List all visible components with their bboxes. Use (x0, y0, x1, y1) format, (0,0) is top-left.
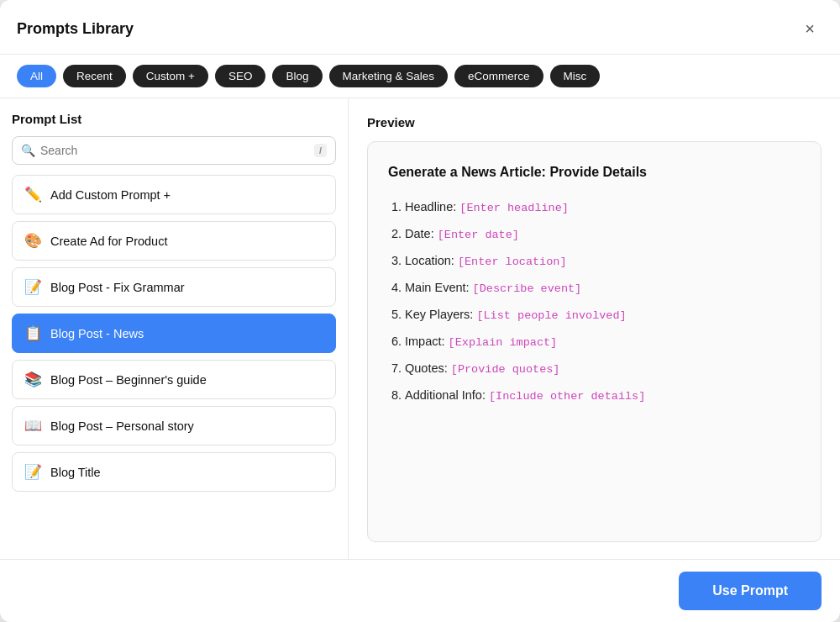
search-input[interactable] (40, 144, 309, 157)
prompt-icon-blog-title: 📝 (24, 463, 42, 481)
modal-title: Prompts Library (17, 20, 134, 38)
preview-item-7: Quotes: [Provide quotes] (405, 358, 801, 380)
preview-item-2: Date: [Enter date] (405, 224, 801, 245)
preview-item-8: Additional Info: [Include other details] (405, 385, 801, 407)
slash-badge: / (314, 144, 327, 157)
prompt-icon-blog-news: 📋 (24, 324, 42, 342)
left-panel: Prompt List 🔍 / ✏️Add Custom Prompt +🎨Cr… (0, 98, 349, 559)
close-button[interactable]: × (796, 15, 823, 42)
preview-item-6: Impact: [Explain impact] (405, 331, 801, 353)
prompt-icon-blog-personal: 📖 (24, 417, 42, 435)
prompt-list-title: Prompt List (12, 112, 336, 126)
prompt-icon-add-custom: ✏️ (24, 186, 42, 203)
prompt-label-create-ad: Create Ad for Product (50, 235, 167, 248)
preview-title: Preview (367, 115, 822, 129)
prompt-item-fix-grammar[interactable]: 📝Blog Post - Fix Grammar (12, 267, 336, 307)
preview-item-4: Main Event: [Describe event] (405, 277, 801, 299)
filter-chip-custom-+[interactable]: Custom + (133, 65, 208, 87)
prompt-item-blog-personal[interactable]: 📖Blog Post – Personal story (12, 406, 336, 445)
preview-item-5: Key Players: [List people involved] (405, 304, 801, 326)
filter-chip-misc[interactable]: Misc (550, 65, 601, 87)
prompt-item-blog-beginners[interactable]: 📚Blog Post – Beginner's guide (12, 360, 336, 399)
filter-chip-marketing-&-sales[interactable]: Marketing & Sales (329, 65, 449, 87)
preview-list: Headline: [Enter headline]Date: [Enter d… (388, 197, 801, 407)
filter-chip-recent[interactable]: Recent (63, 65, 126, 87)
search-box: 🔍 / (12, 136, 336, 165)
filter-chip-seo[interactable]: SEO (215, 65, 266, 87)
preview-placeholder-7: [Provide quotes] (451, 363, 560, 376)
preview-placeholder-1: [Enter headline] (459, 202, 569, 214)
search-icon: 🔍 (21, 144, 35, 157)
preview-placeholder-6: [Explain impact] (449, 336, 558, 349)
preview-placeholder-5: [List people involved] (476, 309, 626, 322)
preview-placeholder-4: [Describe event] (473, 282, 582, 295)
prompt-icon-fix-grammar: 📝 (24, 278, 42, 296)
filter-bar: AllRecentCustom +SEOBlogMarketing & Sale… (0, 55, 840, 98)
preview-placeholder-3: [Enter location] (458, 256, 567, 268)
prompt-icon-blog-beginners: 📚 (24, 371, 42, 388)
filter-chip-blog[interactable]: Blog (272, 65, 322, 87)
filter-chip-all[interactable]: All (17, 65, 56, 87)
prompt-item-blog-news[interactable]: 📋Blog Post - News (12, 314, 336, 353)
right-panel: Preview Generate a News Article: Provide… (349, 98, 840, 559)
main-content: Prompt List 🔍 / ✏️Add Custom Prompt +🎨Cr… (0, 98, 840, 559)
modal-header: Prompts Library × (0, 0, 840, 55)
prompt-label-add-custom: Add Custom Prompt + (50, 188, 171, 202)
preview-heading: Generate a News Article: Provide Details (388, 161, 801, 183)
preview-item-1: Headline: [Enter headline] (405, 197, 801, 219)
prompt-list: ✏️Add Custom Prompt +🎨Create Ad for Prod… (12, 175, 336, 546)
preview-placeholder-2: [Enter date] (438, 229, 519, 241)
preview-placeholder-8: [Include other details] (489, 390, 645, 403)
modal-footer: Use Prompt (0, 559, 840, 622)
prompt-label-blog-news: Blog Post - News (50, 327, 144, 340)
use-prompt-button[interactable]: Use Prompt (679, 572, 822, 610)
prompts-library-modal: Prompts Library × AllRecentCustom +SEOBl… (0, 0, 840, 622)
prompt-label-fix-grammar: Blog Post - Fix Grammar (50, 281, 185, 294)
prompt-label-blog-title: Blog Title (50, 466, 101, 479)
filter-chip-ecommerce[interactable]: eCommerce (454, 65, 543, 87)
prompt-item-blog-title[interactable]: 📝Blog Title (12, 452, 336, 492)
prompt-label-blog-beginners: Blog Post – Beginner's guide (50, 373, 207, 387)
prompt-item-add-custom[interactable]: ✏️Add Custom Prompt + (12, 175, 336, 214)
prompt-icon-create-ad: 🎨 (24, 232, 42, 250)
preview-box: Generate a News Article: Provide Details… (367, 141, 822, 542)
prompt-label-blog-personal: Blog Post – Personal story (50, 419, 194, 433)
preview-item-3: Location: [Enter location] (405, 250, 801, 272)
prompt-item-create-ad[interactable]: 🎨Create Ad for Product (12, 221, 336, 261)
